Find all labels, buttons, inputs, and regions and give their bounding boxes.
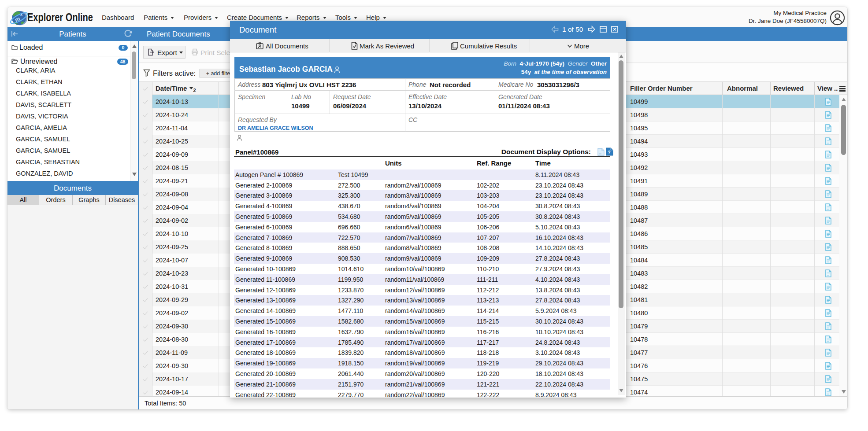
svg-text:?: ? — [608, 150, 611, 155]
svg-text:x: x — [20, 12, 22, 17]
